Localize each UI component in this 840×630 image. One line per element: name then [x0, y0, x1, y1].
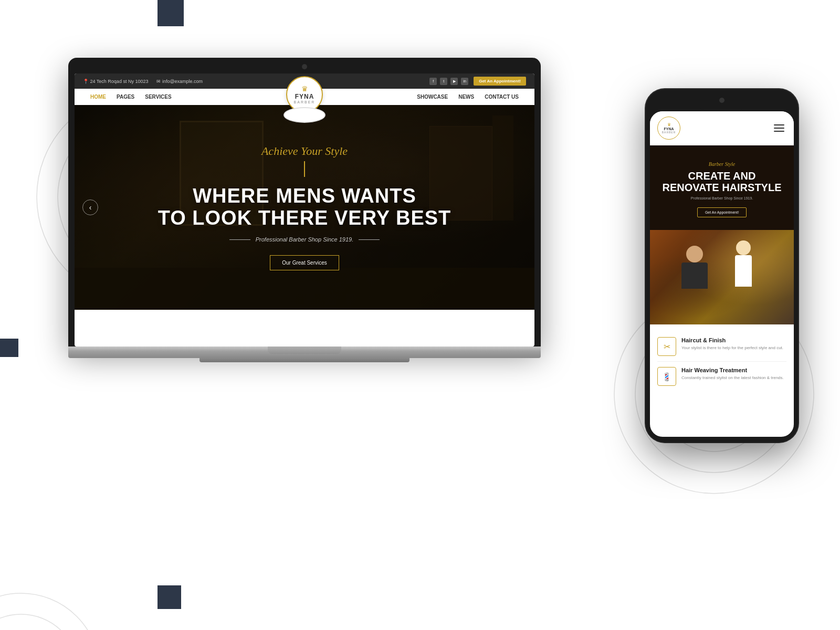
- topbar-address: 📍 24 Tech Roqad st Ny 10023: [83, 79, 148, 84]
- phone-logo-crown-icon: ♛: [667, 122, 671, 127]
- logo-name: FYNA: [295, 93, 314, 100]
- weaving-title: Hair Weaving Treatment: [681, 367, 784, 373]
- social-icons: f t ▶ in: [429, 78, 468, 85]
- main-scene: 📍 24 Tech Roqad st Ny 10023 ✉ info@examp…: [52, 26, 798, 588]
- weaving-desc: Constantly trained stylist on the latest…: [681, 375, 784, 381]
- service-weaving-text: Hair Weaving Treatment Constantly traine…: [681, 367, 784, 381]
- laptop-device: 📍 24 Tech Roqad st Ny 10023 ✉ info@examp…: [68, 58, 541, 362]
- phone-camera: [719, 98, 724, 103]
- bg-square-1: [158, 0, 184, 26]
- bg-square-3: [0, 339, 18, 357]
- phone-hero-tagline: Professional Barber Shop Since 1919.: [658, 196, 785, 200]
- logo-subtitle: BARBER: [294, 100, 316, 104]
- phone-notch: [696, 98, 748, 109]
- hero-content: Achieve Your Style WHERE MENS WANTS TO L…: [75, 105, 534, 310]
- linkedin-icon[interactable]: in: [461, 78, 468, 85]
- phone-hero-btn[interactable]: Get An Appointment!: [697, 207, 747, 217]
- laptop-base: [68, 346, 541, 358]
- phone-barber-image: [650, 230, 794, 324]
- logo-crown-icon: ♛: [301, 85, 308, 93]
- hero-title-line1: WHERE MENS WANTS: [193, 185, 416, 207]
- nav-left: HOME PAGES SERVICES: [90, 94, 172, 100]
- laptop-stand: [268, 346, 341, 354]
- facebook-icon[interactable]: f: [429, 78, 437, 85]
- service-item-weaving: 💈 Hair Weaving Treatment Constantly trai…: [657, 362, 786, 391]
- phone-logo: ♛ FYNA BARBER: [657, 117, 680, 140]
- service-item-haircut: ✂ Haircut & Finish Your stylist is there…: [657, 332, 786, 362]
- hamburger-line-1: [774, 124, 784, 125]
- svg-point-10: [0, 593, 100, 630]
- hero-tagline: Professional Barber Shop Since 1919.: [229, 236, 380, 243]
- nav-contact[interactable]: CONTACT US: [485, 94, 519, 100]
- phone-nav: ♛ FYNA BARBER: [650, 111, 794, 145]
- phone-logo-name: FYNA: [664, 127, 674, 131]
- phone-services: ✂ Haircut & Finish Your stylist is there…: [650, 324, 794, 398]
- nav-services[interactable]: SERVICES: [145, 94, 171, 100]
- laptop-body: 📍 24 Tech Roqad st Ny 10023 ✉ info@examp…: [68, 58, 541, 346]
- service-haircut-text: Haircut & Finish Your stylist is there t…: [681, 337, 783, 351]
- client-figure: [681, 246, 708, 289]
- client-head: [686, 246, 703, 262]
- nav-home[interactable]: HOME: [90, 94, 106, 100]
- hamburger-line-2: [774, 128, 784, 129]
- phone-body: ♛ FYNA BARBER Barber Style CREATE AND: [646, 89, 798, 442]
- hero-cta-button[interactable]: Our Great Services: [270, 255, 339, 270]
- nav-pages[interactable]: PAGES: [117, 94, 134, 100]
- hero-subtitle: Achieve Your Style: [261, 144, 348, 158]
- laptop-screen: 📍 24 Tech Roqad st Ny 10023 ✉ info@examp…: [75, 74, 534, 346]
- hero-title: WHERE MENS WANTS TO LOOK THERE VERY BEST: [158, 185, 452, 229]
- phone-hero-subtitle: Barber Style: [658, 161, 785, 167]
- phone-menu-icon[interactable]: [772, 122, 786, 134]
- phone-screen: ♛ FYNA BARBER Barber Style CREATE AND: [650, 111, 794, 437]
- laptop-foot: [200, 358, 410, 362]
- phone-logo-sub: BARBER: [662, 131, 676, 134]
- client-body: [681, 262, 708, 289]
- barber-body: [735, 255, 752, 287]
- hero-title-line2: TO LOOK THERE VERY BEST: [158, 207, 452, 229]
- topbar-right: f t ▶ in Get An Appointment!: [429, 77, 526, 86]
- haircut-title: Haircut & Finish: [681, 337, 783, 343]
- nav-showcase[interactable]: SHOWCASE: [417, 94, 448, 100]
- hero-divider: [304, 161, 305, 177]
- site-hero: Achieve Your Style WHERE MENS WANTS TO L…: [75, 105, 534, 310]
- haircut-icon: ✂: [657, 337, 676, 356]
- phone-hero: Barber Style CREATE AND RENOVATE HAIRSTY…: [650, 145, 794, 230]
- topbar-left: 📍 24 Tech Roqad st Ny 10023 ✉ info@examp…: [83, 79, 203, 84]
- haircut-desc: Your stylist is there to help for the pe…: [681, 345, 783, 351]
- hamburger-line-3: [774, 131, 784, 132]
- phone-hero-title-2: RENOVATE HAIRSTYLE: [662, 182, 781, 193]
- phone-device: ♛ FYNA BARBER Barber Style CREATE AND: [646, 89, 798, 442]
- site-navbar: HOME PAGES SERVICES ♛ FYNA BARBER SHOWC: [75, 89, 534, 105]
- barber-figure: [735, 240, 752, 287]
- nav-logo: ♛ FYNA BARBER: [286, 79, 323, 116]
- logo-cloud-decor: [284, 107, 326, 123]
- hero-prev-arrow[interactable]: ‹: [82, 200, 98, 215]
- appointment-button[interactable]: Get An Appointment!: [474, 77, 526, 86]
- nav-news[interactable]: NEWS: [458, 94, 474, 100]
- topbar-email: ✉ info@example.com: [156, 79, 203, 84]
- phone-barber-scene-bg: [650, 230, 794, 324]
- phone-hero-title-1: CREATE AND: [688, 170, 756, 182]
- laptop-camera: [302, 64, 307, 69]
- youtube-icon[interactable]: ▶: [450, 78, 458, 85]
- nav-right: SHOWCASE NEWS CONTACT US: [417, 94, 519, 100]
- phone-hero-title: CREATE AND RENOVATE HAIRSTYLE: [658, 170, 785, 193]
- weaving-icon: 💈: [657, 367, 676, 386]
- svg-point-9: [0, 614, 79, 630]
- barber-head: [736, 240, 751, 255]
- twitter-icon[interactable]: t: [440, 78, 447, 85]
